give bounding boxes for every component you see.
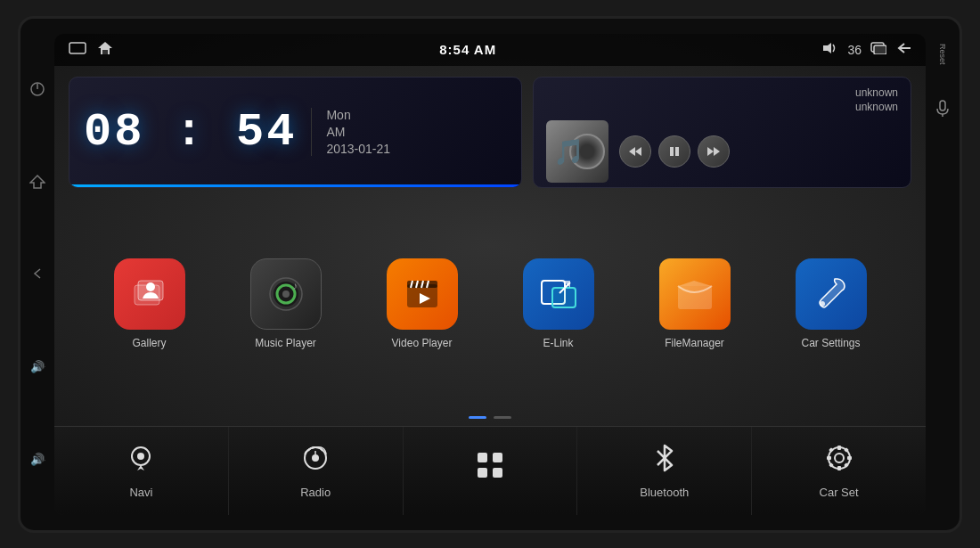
volume-status-icon [822, 42, 838, 57]
side-buttons-right: Reset [926, 26, 960, 523]
clock-period: AM [326, 125, 390, 139]
nav-carset[interactable]: Car Set [752, 427, 926, 515]
clock-full-date: 2013-01-21 [326, 142, 390, 156]
back-status-icon [895, 42, 911, 57]
elink-label: E-Link [543, 337, 573, 349]
task-icon [870, 42, 886, 57]
bluetooth-icon [650, 442, 679, 480]
filemanager-icon [659, 258, 731, 330]
svg-text:♪: ♪ [292, 280, 298, 292]
clock-day: Mon [326, 108, 390, 122]
app-elink[interactable]: E-Link [490, 258, 626, 349]
svg-rect-54 [829, 447, 834, 453]
svg-rect-58 [940, 101, 945, 110]
status-bar: 8:54 AM 36 [54, 34, 926, 66]
status-bar-left [69, 41, 113, 58]
app-video-player[interactable]: Video Player [354, 258, 490, 349]
svg-point-40 [137, 453, 144, 460]
gallery-icon [114, 258, 185, 330]
svg-rect-44 [478, 453, 487, 462]
bottom-nav: Navi Radio [54, 426, 926, 515]
home-side-button[interactable] [27, 171, 48, 192]
main-content: 08 : 54 Mon AM 2013-01-21 unknown unknow… [54, 66, 926, 426]
carsettings-label: Car Settings [801, 337, 860, 349]
music-controls [619, 135, 730, 168]
svg-rect-47 [493, 468, 502, 478]
page-dot-2[interactable] [494, 416, 511, 419]
music-widget: unknown unknown [533, 77, 911, 188]
svg-rect-15 [675, 147, 679, 156]
music-album-art [546, 120, 608, 183]
svg-rect-52 [827, 456, 831, 460]
device: 🔊+ 🔊- [18, 16, 962, 533]
svg-rect-53 [847, 456, 852, 460]
carset-label: Car Set [820, 486, 859, 499]
radio-label: Radio [300, 486, 331, 499]
svg-point-20 [146, 282, 155, 291]
svg-rect-45 [493, 453, 502, 462]
svg-text:🔊+: 🔊+ [30, 359, 45, 374]
nav-navi[interactable]: Navi [54, 427, 229, 515]
app-music-player[interactable]: ♪ Music Player [217, 258, 354, 349]
side-buttons-left: 🔊+ 🔊- [20, 26, 54, 523]
reset-button[interactable]: Reset [938, 44, 947, 65]
music-info: unknown unknown [855, 86, 898, 113]
carsettings-icon [796, 258, 867, 330]
music-artist: unknown [855, 101, 898, 113]
svg-marker-8 [823, 43, 831, 53]
clock-date: Mon AM 2013-01-21 [311, 108, 390, 156]
elink-icon [523, 258, 594, 330]
svg-point-23 [282, 290, 290, 298]
app-gallery[interactable]: Gallery [81, 258, 217, 349]
svg-rect-46 [478, 468, 487, 478]
radio-icon [299, 442, 331, 480]
app-filemanager[interactable]: FileManager [626, 258, 763, 349]
page-dots [54, 413, 926, 426]
svg-point-49 [835, 454, 844, 462]
svg-rect-50 [837, 446, 841, 450]
svg-point-38 [820, 301, 825, 307]
nav-bluetooth[interactable]: Bluetooth [577, 427, 752, 515]
mic-icon [934, 100, 951, 118]
volume-down-button[interactable]: 🔊- [27, 448, 48, 470]
volume-up-button[interactable]: 🔊+ [27, 356, 48, 377]
music-disc [569, 134, 605, 169]
filemanager-label: FileManager [665, 337, 724, 349]
svg-rect-5 [69, 43, 86, 53]
apps-icon [473, 448, 507, 488]
svg-point-42 [312, 454, 319, 462]
clock-widget: 08 : 54 Mon AM 2013-01-21 [69, 77, 522, 188]
status-bar-right: 36 [822, 42, 911, 57]
video-player-label: Video Player [392, 337, 453, 349]
svg-rect-10 [874, 45, 886, 54]
gallery-label: Gallery [132, 337, 166, 349]
music-player-label: Music Player [255, 337, 316, 349]
svg-rect-7 [102, 50, 108, 54]
rewind-button[interactable] [619, 135, 651, 168]
window-icon [69, 42, 86, 57]
carset-icon [823, 442, 855, 480]
page-dot-1[interactable] [469, 416, 486, 419]
svg-rect-34 [552, 288, 576, 307]
clock-time: 08 : 54 [84, 106, 297, 159]
bluetooth-label: Bluetooth [640, 486, 689, 499]
music-body [546, 120, 898, 183]
music-player-icon: ♪ [250, 258, 322, 330]
power-button[interactable] [27, 78, 48, 100]
svg-rect-14 [670, 147, 674, 156]
svg-marker-17 [714, 147, 720, 156]
nav-apps[interactable] [404, 427, 578, 515]
nav-radio[interactable]: Radio [229, 427, 404, 515]
navi-icon [125, 442, 157, 480]
music-track: unknown [855, 86, 898, 99]
top-widgets: 08 : 54 Mon AM 2013-01-21 unknown unknow… [54, 66, 926, 195]
back-side-button[interactable] [27, 263, 48, 284]
main-screen: 8:54 AM 36 [54, 34, 926, 515]
forward-button[interactable] [698, 135, 730, 168]
svg-marker-2 [30, 176, 45, 188]
svg-marker-16 [707, 147, 714, 156]
svg-rect-51 [837, 466, 841, 470]
navi-label: Navi [129, 486, 152, 499]
play-pause-button[interactable] [658, 135, 690, 168]
app-carsettings[interactable]: Car Settings [763, 258, 899, 349]
